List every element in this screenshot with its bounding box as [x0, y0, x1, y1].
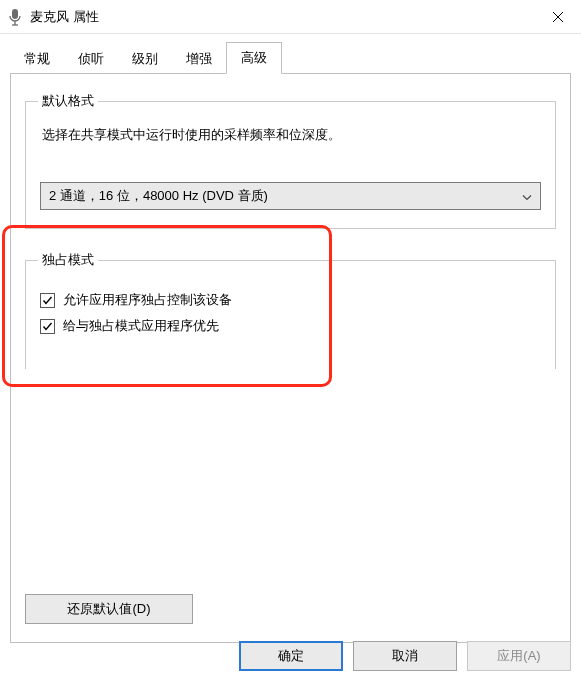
apply-button[interactable]: 应用(A) — [467, 641, 571, 671]
close-button[interactable] — [535, 0, 581, 34]
group-exclusive-mode: 独占模式 允许应用程序独占控制该设备 给与独占模式应用程序优先 — [25, 251, 556, 369]
group-default-format: 默认格式 选择在共享模式中运行时使用的采样频率和位深度。 2 通道，16 位，4… — [25, 92, 556, 229]
tab-content-advanced: 默认格式 选择在共享模式中运行时使用的采样频率和位深度。 2 通道，16 位，4… — [10, 73, 571, 643]
cancel-button[interactable]: 取消 — [353, 641, 457, 671]
tab-enhance[interactable]: 增强 — [172, 44, 226, 74]
tab-general[interactable]: 常规 — [10, 44, 64, 74]
chevron-down-icon — [522, 189, 532, 204]
titlebar: 麦克风 属性 — [0, 0, 581, 34]
default-format-desc: 选择在共享模式中运行时使用的采样频率和位深度。 — [42, 126, 541, 144]
restore-defaults-button[interactable]: 还原默认值(D) — [25, 594, 193, 624]
dialog-footer: 确定 取消 应用(A) — [239, 641, 571, 671]
tab-listen[interactable]: 侦听 — [64, 44, 118, 74]
tab-advanced[interactable]: 高级 — [226, 42, 282, 74]
checkbox-allow-exclusive[interactable]: 允许应用程序独占控制该设备 — [40, 291, 541, 309]
tabs: 常规 侦听 级别 增强 高级 — [10, 42, 571, 74]
checkbox-box-exclusive-priority — [40, 319, 55, 334]
ok-button[interactable]: 确定 — [239, 641, 343, 671]
close-icon — [552, 11, 564, 23]
checkmark-icon — [42, 321, 53, 332]
restore-defaults-wrap: 还原默认值(D) — [25, 594, 193, 624]
sample-rate-select[interactable]: 2 通道，16 位，48000 Hz (DVD 音质) — [40, 182, 541, 210]
window-title: 麦克风 属性 — [30, 8, 99, 26]
titlebar-left: 麦克风 属性 — [8, 8, 99, 26]
sample-rate-value: 2 通道，16 位，48000 Hz (DVD 音质) — [49, 187, 268, 205]
tab-levels[interactable]: 级别 — [118, 44, 172, 74]
legend-default-format: 默认格式 — [38, 92, 98, 110]
legend-exclusive-mode: 独占模式 — [38, 251, 98, 269]
checkbox-label-allow-exclusive: 允许应用程序独占控制该设备 — [63, 291, 232, 309]
dialog-body: 常规 侦听 级别 增强 高级 默认格式 选择在共享模式中运行时使用的采样频率和位… — [0, 34, 581, 643]
checkbox-label-exclusive-priority: 给与独占模式应用程序优先 — [63, 317, 219, 335]
checkbox-box-allow-exclusive — [40, 293, 55, 308]
microphone-icon — [8, 8, 22, 26]
checkmark-icon — [42, 295, 53, 306]
sample-rate-select-wrap: 2 通道，16 位，48000 Hz (DVD 音质) — [40, 182, 541, 210]
checkbox-exclusive-priority[interactable]: 给与独占模式应用程序优先 — [40, 317, 541, 335]
svg-rect-0 — [12, 9, 18, 19]
